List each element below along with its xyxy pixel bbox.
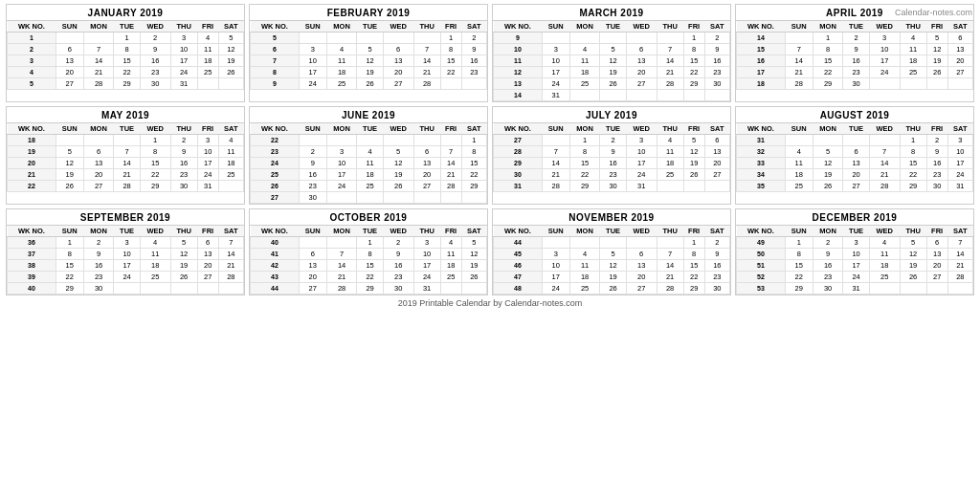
month-block-1: FEBRUARY 2019WK NO.SUNMONTUEWEDTHUFRISAT…	[249, 4, 488, 102]
cal-day: 17	[947, 158, 972, 169]
cal-day: 4	[785, 146, 813, 158]
cal-day	[299, 135, 326, 146]
cal-day: 13	[704, 146, 729, 158]
cal-day	[785, 33, 813, 44]
cal-day: 13	[926, 249, 947, 260]
cal-day: 27	[56, 78, 83, 90]
week-number: 14	[494, 90, 543, 101]
cal-day: 21	[657, 272, 683, 283]
week-number: 5	[251, 33, 300, 44]
cal-day: 24	[326, 181, 357, 192]
cal-day: 6	[843, 146, 869, 158]
cal-day: 5	[170, 237, 197, 249]
cal-day: 14	[83, 55, 114, 67]
cal-day: 20	[843, 169, 869, 181]
cal-day: 9	[170, 146, 197, 158]
cal-day: 23	[600, 169, 626, 181]
cal-day: 1	[56, 237, 83, 249]
week-number: 33	[737, 158, 786, 169]
cal-day: 17	[114, 260, 140, 272]
col-header-3: TUE	[600, 123, 626, 135]
cal-day: 14	[326, 260, 357, 272]
cal-day: 28	[218, 272, 243, 283]
col-header-1: SUN	[785, 226, 813, 237]
week-number: 23	[251, 146, 300, 158]
cal-day	[299, 237, 326, 249]
cal-day: 6	[947, 33, 972, 44]
col-header-0: WK NO.	[494, 226, 543, 237]
cal-day: 11	[357, 158, 383, 169]
cal-day: 18	[869, 260, 900, 272]
cal-day	[869, 283, 900, 295]
week-number: 34	[737, 169, 786, 181]
cal-day: 21	[785, 67, 813, 78]
cal-day: 4	[440, 237, 461, 249]
cal-day: 15	[461, 158, 486, 169]
cal-day: 6	[83, 146, 114, 158]
cal-day: 2	[383, 237, 413, 249]
col-header-6: FRI	[197, 21, 218, 33]
cal-day: 11	[657, 146, 683, 158]
cal-day	[197, 78, 218, 90]
month-block-6: JULY 2019WK NO.SUNMONTUEWEDTHUFRISAT2712…	[492, 106, 731, 205]
cal-day: 27	[926, 272, 947, 283]
cal-day	[569, 33, 600, 44]
col-header-6: FRI	[440, 226, 461, 237]
cal-day: 28	[947, 272, 972, 283]
cal-day: 24	[413, 272, 440, 283]
cal-day	[657, 90, 683, 101]
cal-day: 2	[140, 33, 170, 44]
cal-day: 4	[326, 44, 357, 55]
cal-day: 7	[413, 44, 440, 55]
week-number: 21	[8, 169, 56, 181]
cal-day: 25	[197, 67, 218, 78]
month-block-4: MAY 2019WK NO.SUNMONTUEWEDTHUFRISAT18123…	[6, 106, 245, 205]
cal-day: 19	[813, 169, 843, 181]
cal-day: 12	[900, 249, 926, 260]
col-header-1: SUN	[299, 226, 326, 237]
cal-day: 16	[843, 55, 869, 67]
cal-day: 1	[569, 135, 600, 146]
cal-day: 24	[626, 169, 657, 181]
cal-day: 12	[56, 158, 83, 169]
week-number: 3	[8, 55, 56, 67]
week-number: 36	[8, 237, 56, 249]
cal-day: 26	[218, 67, 243, 78]
cal-day: 29	[461, 181, 486, 192]
cal-day: 6	[626, 249, 657, 260]
cal-day: 8	[683, 44, 704, 55]
col-header-0: WK NO.	[251, 21, 300, 33]
month-title-7: AUGUST 2019	[736, 107, 973, 123]
cal-day: 22	[900, 169, 926, 181]
cal-day: 19	[218, 55, 243, 67]
cal-day: 23	[813, 272, 843, 283]
cal-day: 22	[357, 272, 383, 283]
cal-day: 23	[140, 67, 170, 78]
cal-day: 10	[197, 146, 218, 158]
col-header-5: THU	[170, 226, 197, 237]
cal-day: 18	[357, 169, 383, 181]
cal-day: 18	[785, 169, 813, 181]
week-number: 20	[8, 158, 56, 169]
cal-day: 15	[813, 55, 843, 67]
cal-day: 27	[83, 181, 114, 192]
col-header-2: MON	[326, 123, 357, 135]
cal-day: 8	[140, 146, 170, 158]
cal-table-5: WK NO.SUNMONTUEWEDTHUFRISAT2212323456782…	[250, 123, 487, 204]
week-number: 37	[8, 249, 56, 260]
cal-day: 19	[357, 67, 383, 78]
cal-day	[326, 192, 357, 204]
cal-day: 10	[170, 44, 197, 55]
cal-day: 2	[461, 33, 486, 44]
col-header-7: SAT	[461, 123, 486, 135]
cal-day: 28	[657, 283, 683, 295]
cal-day: 16	[600, 158, 626, 169]
cal-day: 3	[542, 249, 569, 260]
cal-day	[83, 135, 114, 146]
week-number: 27	[251, 192, 300, 204]
cal-day: 22	[785, 272, 813, 283]
cal-day: 26	[357, 78, 383, 90]
cal-day: 14	[440, 158, 461, 169]
col-header-1: SUN	[785, 123, 813, 135]
cal-day: 24	[947, 169, 972, 181]
